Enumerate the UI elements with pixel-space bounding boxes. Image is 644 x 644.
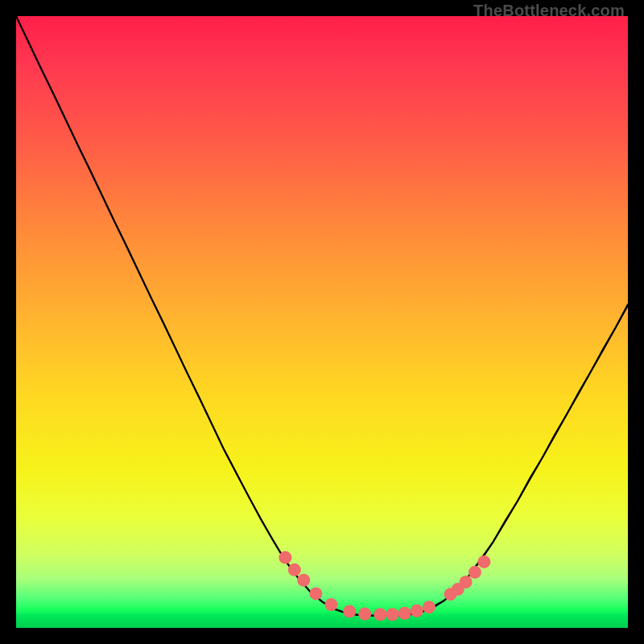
bottleneck-curve <box>16 16 628 616</box>
plot-area <box>16 16 628 628</box>
valley-marker <box>423 601 436 613</box>
valley-marker <box>343 605 356 617</box>
valley-marker <box>398 607 411 620</box>
valley-marker <box>358 608 371 621</box>
valley-marker <box>411 605 423 617</box>
valley-marker <box>297 574 310 587</box>
valley-marker <box>309 587 322 600</box>
watermark-text: TheBottleneck.com <box>473 2 625 20</box>
bottleneck-curve-jitter <box>16 16 628 616</box>
valley-marker <box>324 598 337 611</box>
plot-svg <box>16 16 628 628</box>
valley-marker <box>386 608 398 621</box>
valley-marker <box>477 555 490 568</box>
valley-marker <box>374 608 386 621</box>
valley-marker <box>460 576 473 588</box>
valley-marker <box>279 551 291 564</box>
valley-marker <box>288 564 301 576</box>
chart-frame: TheBottleneck.com <box>0 0 644 644</box>
valley-marker <box>469 566 481 579</box>
